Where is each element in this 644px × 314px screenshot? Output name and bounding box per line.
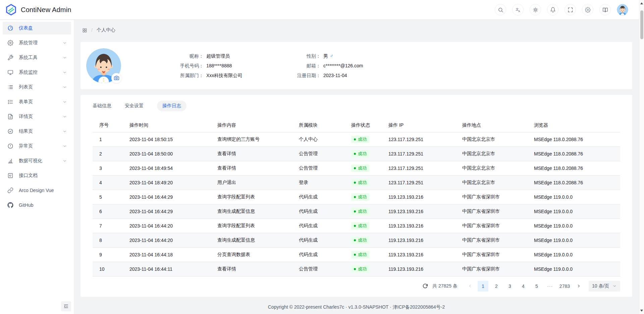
alert-circle-icon xyxy=(7,143,13,149)
language-button[interactable]: 文A xyxy=(512,4,524,15)
table-row: 12023-11-04 18:50:15查询绑定的三方账号个人中心成功123.1… xyxy=(93,132,620,146)
scrollbar-thumb[interactable] xyxy=(640,10,643,39)
sidebar-item-system-tools[interactable]: 系统工具 xyxy=(3,51,71,64)
table-cell: 2023-11-04 16:44:29 xyxy=(123,204,211,218)
next-page-button[interactable] xyxy=(574,281,583,292)
table-cell: 代码生成 xyxy=(292,247,344,262)
page-button-5[interactable]: 5 xyxy=(531,281,542,292)
page-button-1[interactable]: 1 xyxy=(478,281,488,292)
sidebar-item-label: 系统监控 xyxy=(19,69,57,75)
scroll-up-arrow[interactable] xyxy=(640,2,643,4)
table-row: 32023-11-04 18:49:54查看详情公告管理成功123.117.12… xyxy=(93,161,620,175)
user-avatar-button[interactable] xyxy=(617,4,628,15)
field-label: 注册日期： xyxy=(270,71,321,79)
table-column-header: 操作地点 xyxy=(455,119,527,132)
table-cell: 2023-11-04 16:44:11 xyxy=(123,262,211,276)
monitor-icon xyxy=(7,69,13,75)
profile-avatar[interactable] xyxy=(86,48,121,83)
notifications-button[interactable] xyxy=(547,4,558,15)
profile-field: 所属部门：Xxx科技有限公司 xyxy=(153,71,270,79)
sun-icon xyxy=(533,7,538,13)
status-badge: 成功 xyxy=(351,150,369,158)
table-cell: 分页查询数据表 xyxy=(211,247,292,262)
sidebar-item-detail-page[interactable]: 详情页 xyxy=(3,110,71,123)
sidebar-item-data-visualization[interactable]: 数据可视化 xyxy=(3,154,71,167)
page-button-2[interactable]: 2 xyxy=(491,281,502,292)
status-badge: 成功 xyxy=(351,251,369,258)
status-badge: 成功 xyxy=(351,136,369,143)
tab-2[interactable]: 操作日志 xyxy=(157,101,186,111)
table-cell: 2023-11-04 18:50:00 xyxy=(123,146,211,161)
table-cell: 中国北京北京市 xyxy=(455,132,527,146)
table-column-header: 序号 xyxy=(93,119,123,132)
tab-0[interactable]: 基础信息 xyxy=(93,103,111,109)
table-cell: 2 xyxy=(93,146,123,161)
sidebar-item-label: 详情页 xyxy=(19,114,57,120)
prev-page-button[interactable] xyxy=(466,281,475,292)
status-badge: 成功 xyxy=(351,193,369,201)
table-cell: 123.117.129.251 xyxy=(382,175,455,190)
profile-field: 手机号码：188****8888 xyxy=(153,62,270,70)
sidebar-item-github[interactable]: GitHub xyxy=(3,199,71,211)
search-button[interactable] xyxy=(495,4,506,15)
sidebar-item-dashboard[interactable]: 仪表盘 xyxy=(3,22,71,35)
sidebar-item-label: 表单页 xyxy=(19,99,57,105)
upload-avatar-button[interactable] xyxy=(111,73,121,83)
chevron-left-icon xyxy=(468,284,473,289)
page-ellipsis[interactable]: ··· xyxy=(545,281,555,292)
page-size-select[interactable]: 10 条/页 xyxy=(589,281,620,292)
table-cell: 123.117.129.251 xyxy=(382,146,455,161)
scrollbar[interactable] xyxy=(639,0,644,314)
fullscreen-button[interactable] xyxy=(565,4,576,15)
top-navbar: ContiNew Admin 文A xyxy=(0,0,639,20)
book-icon xyxy=(602,7,608,13)
collapse-sidebar-button[interactable] xyxy=(61,301,71,311)
table-cell: 中国广东省深圳市 xyxy=(455,204,527,218)
file-text-icon xyxy=(7,114,13,120)
translate-icon: 文A xyxy=(515,7,521,13)
theme-button[interactable] xyxy=(530,4,541,15)
table-cell: 中国广东省深圳市 xyxy=(455,233,527,247)
table-cell: MSEdge 119.0.0.0 xyxy=(527,233,620,247)
docs-button[interactable] xyxy=(599,4,611,15)
table-cell: MSEdge 119.0.0.0 xyxy=(527,218,620,233)
apps-icon[interactable] xyxy=(82,28,87,33)
table-cell: 中国广东省深圳市 xyxy=(455,247,527,262)
sidebar-item-system-management[interactable]: 系统管理 xyxy=(3,37,71,49)
sidebar-item-exception-page[interactable]: 异常页 xyxy=(3,140,71,152)
tab-1[interactable]: 安全设置 xyxy=(125,103,144,109)
table-cell: 代码生成 xyxy=(292,218,344,233)
sidebar-item-api-docs[interactable]: 接口文档 xyxy=(3,169,71,182)
table-row: 52023-11-04 16:44:29查询字段配置列表代码生成成功119.12… xyxy=(93,190,620,204)
settings-button[interactable] xyxy=(582,4,593,15)
refresh-button[interactable] xyxy=(420,281,430,291)
sidebar-item-system-monitor[interactable]: 系统监控 xyxy=(3,66,71,79)
brand: ContiNew Admin xyxy=(5,4,71,15)
sidebar-item-arco-design-vue[interactable]: Arco Design Vue xyxy=(3,184,71,197)
page-size-value: 10 条/页 xyxy=(592,283,609,289)
page-button-2783[interactable]: 2783 xyxy=(558,281,571,292)
table-cell: 成功 xyxy=(344,204,382,218)
table-cell: MSEdge 119.0.0.0 xyxy=(527,247,620,262)
field-label: 手机号码： xyxy=(153,62,204,70)
table-cell: 3 xyxy=(93,161,123,175)
success-dot-icon xyxy=(354,225,356,227)
pagination: 共 27825 条12345···278310 条/页 xyxy=(93,281,620,292)
sidebar-item-label: 接口文档 xyxy=(19,173,67,179)
refresh-icon xyxy=(422,283,428,289)
table-cell: 查看详情 xyxy=(211,262,292,276)
field-value: 2023-11-04 xyxy=(323,71,347,79)
sidebar-item-result-page[interactable]: 结果页 xyxy=(3,125,71,138)
table-cell: 2023-11-04 16:44:29 xyxy=(123,190,211,204)
chevron-down-icon xyxy=(62,129,67,134)
page-button-3[interactable]: 3 xyxy=(504,281,515,292)
sidebar-item-list-page[interactable]: 列表页 xyxy=(3,81,71,93)
scroll-down-arrow[interactable] xyxy=(640,310,643,312)
table-row: 92023-11-04 16:44:18分页查询数据表代码生成成功119.123… xyxy=(93,247,620,262)
table-row: 72023-11-04 16:44:20查询字段配置列表代码生成成功119.12… xyxy=(93,218,620,233)
page-button-4[interactable]: 4 xyxy=(518,281,529,292)
profile-field: 性别：男♂ xyxy=(270,52,363,60)
table-column-header: 操作 IP xyxy=(382,119,455,132)
sidebar-item-label: 数据可视化 xyxy=(19,158,57,164)
sidebar-item-form-page[interactable]: 表单页 xyxy=(3,96,71,108)
